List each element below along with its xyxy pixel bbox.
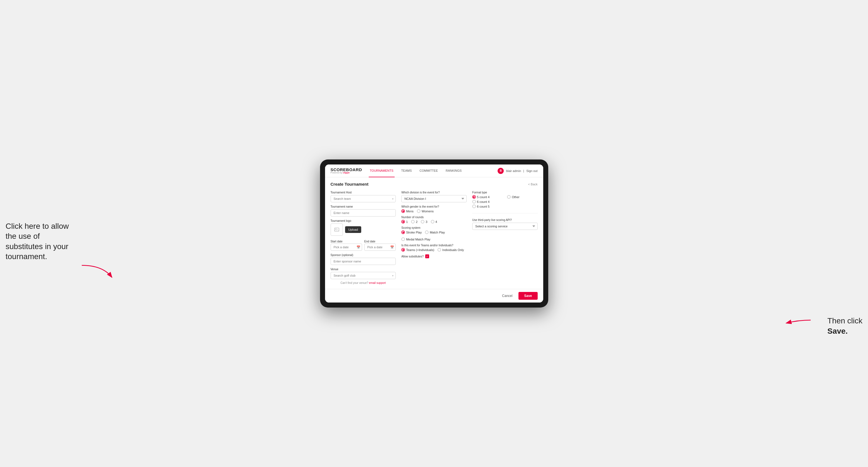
format-6count4[interactable]: 6 count 4: [472, 200, 503, 204]
venue-label: Venue: [331, 268, 396, 271]
rounds-3-radio[interactable]: [421, 220, 425, 223]
rounds-label: Number of rounds: [401, 216, 467, 219]
format-other[interactable]: Other: [507, 195, 537, 199]
page-title: Create Tournament: [331, 182, 368, 186]
rounds-4-radio[interactable]: [431, 220, 434, 223]
page-header: Create Tournament < Back: [331, 182, 538, 186]
match-play[interactable]: Match Play: [425, 230, 445, 234]
format-6count4-radio[interactable]: [472, 200, 476, 204]
venue-input[interactable]: [331, 272, 396, 279]
rounds-4[interactable]: 4: [431, 220, 437, 223]
format-type-grid: 5 count 4 Other 6 count 4: [472, 195, 538, 208]
tournament-logo-label: Tournament logo: [331, 219, 396, 222]
logo-scoreboard: SCOREBOARD: [331, 167, 362, 172]
medal-match-play[interactable]: Medal Match Play: [401, 238, 430, 241]
nav-tournaments[interactable]: TOURNAMENTS: [369, 164, 395, 177]
left-column: Tournament Host ▾ Tournament name Tourna…: [331, 191, 396, 284]
allow-substitutes-label: Allow substitutes?: [401, 255, 424, 258]
scoring-api-label: Use third-party live scoring API?: [472, 218, 538, 221]
nav-rankings[interactable]: RANKINGS: [445, 164, 463, 177]
divider: [472, 213, 538, 214]
rounds-1[interactable]: 1: [401, 220, 408, 223]
format-6count5-radio[interactable]: [472, 205, 476, 208]
allow-substitutes-group: Allow substitutes? ✓: [401, 254, 467, 258]
format-other-radio[interactable]: [507, 195, 511, 199]
logo-upload-area: Upload: [331, 223, 396, 236]
nav-right: B blair admin | Sign out: [498, 168, 537, 174]
teams-radio[interactable]: [401, 248, 405, 252]
sponsor-group: Sponsor (optional): [331, 253, 396, 265]
gender-womens[interactable]: Womens: [417, 209, 434, 213]
venue-help: Can't find your venue? email support: [331, 281, 396, 284]
dates-group: Start date 📅 End date 📅: [331, 239, 396, 251]
allow-substitutes-item: Allow substitutes? ✓: [401, 254, 467, 258]
calendar-icon-start: 📅: [356, 246, 361, 249]
sponsor-input[interactable]: [331, 258, 396, 265]
cancel-button[interactable]: Cancel: [499, 292, 516, 300]
nav-bar: SCOREBOARD Powered by clippd TOURNAMENTS…: [325, 164, 543, 177]
allow-substitutes-checkbox[interactable]: ✓: [425, 254, 429, 258]
teams-plus-individuals[interactable]: Teams (+Individuals): [401, 248, 434, 252]
rounds-3[interactable]: 3: [421, 220, 427, 223]
form-grid: Tournament Host ▾ Tournament name Tourna…: [331, 191, 538, 284]
format-type-label: Format type: [472, 191, 538, 194]
medal-match-play-radio[interactable]: [401, 238, 405, 241]
upload-button[interactable]: Upload: [345, 226, 362, 233]
gender-mens[interactable]: Mens: [401, 209, 413, 213]
nav-committee[interactable]: COMMITTEE: [418, 164, 439, 177]
sign-out-link[interactable]: Sign out: [526, 169, 537, 173]
tournament-name-input[interactable]: [331, 209, 396, 217]
venue-group: Venue ▾ Can't find your venue? email sup…: [331, 268, 396, 284]
nav-teams[interactable]: TEAMS: [400, 164, 413, 177]
stroke-play[interactable]: Stroke Play: [401, 230, 422, 234]
tournament-host-label: Tournament Host: [331, 191, 396, 194]
match-play-radio[interactable]: [425, 230, 429, 234]
gender-mens-radio[interactable]: [401, 209, 405, 213]
logo-area: SCOREBOARD Powered by clippd: [331, 167, 362, 174]
email-support-link[interactable]: email support: [369, 281, 386, 284]
division-group: Which division is the event for? NCAA Di…: [401, 191, 467, 202]
tablet-screen: SCOREBOARD Powered by clippd TOURNAMENTS…: [325, 164, 543, 303]
rounds-2-radio[interactable]: [411, 220, 415, 223]
end-date-wrap: 📅: [364, 244, 396, 251]
start-date-label: Start date: [331, 240, 343, 243]
bottom-bar: Cancel Save: [325, 289, 543, 303]
individuals-radio[interactable]: [437, 248, 441, 252]
division-select[interactable]: NCAA Division I: [401, 195, 467, 202]
stroke-play-radio[interactable]: [401, 230, 405, 234]
start-date-wrap: 📅: [331, 244, 362, 251]
format-5count4-radio[interactable]: [472, 195, 476, 199]
rounds-group: Number of rounds 1 2: [401, 216, 467, 223]
rounds-radio-group: 1 2 3 4: [401, 220, 467, 223]
annotation-left: Click here to allow the use of substitut…: [6, 221, 78, 262]
arrow-right: [783, 313, 814, 327]
svg-point-1: [335, 229, 336, 229]
division-label: Which division is the event for?: [401, 191, 467, 194]
gender-label: Which gender is the event for?: [401, 205, 467, 208]
format-type-group: Format type 5 count 4 Other: [472, 191, 538, 208]
tournament-host-input[interactable]: [331, 195, 396, 202]
scoring-system-radio-group: Stroke Play Match Play Medal Match Play: [401, 230, 467, 241]
date-row: Start date 📅 End date 📅: [331, 239, 396, 251]
format-5count4[interactable]: 5 count 4: [472, 195, 503, 199]
middle-column: Which division is the event for? NCAA Di…: [401, 191, 467, 284]
back-link[interactable]: < Back: [528, 183, 538, 186]
rounds-1-radio[interactable]: [401, 220, 405, 223]
scoring-system-label: Scoring system: [401, 226, 467, 229]
tournament-logo-group: Tournament logo Upload: [331, 219, 396, 236]
right-column: Format type 5 count 4 Other: [472, 191, 538, 284]
format-6count5[interactable]: 6 count 5: [472, 205, 503, 208]
gender-womens-radio[interactable]: [417, 209, 421, 213]
page-content: Create Tournament < Back Tournament Host…: [325, 177, 543, 289]
scoring-api-group: Use third-party live scoring API? Select…: [472, 218, 538, 230]
scoring-api-select[interactable]: Select a scoring service: [472, 223, 538, 230]
logo-placeholder: [331, 223, 343, 236]
teams-individuals-label: Is this event for Teams and/or Individua…: [401, 244, 467, 247]
arrow-left: [79, 261, 115, 281]
tablet-device: SCOREBOARD Powered by clippd TOURNAMENTS…: [320, 159, 548, 308]
individuals-only[interactable]: Individuals Only: [437, 248, 464, 252]
rounds-2[interactable]: 2: [411, 220, 417, 223]
avatar: B: [498, 168, 504, 174]
save-button[interactable]: Save: [519, 292, 537, 300]
start-date-group: Start date 📅: [331, 239, 362, 251]
